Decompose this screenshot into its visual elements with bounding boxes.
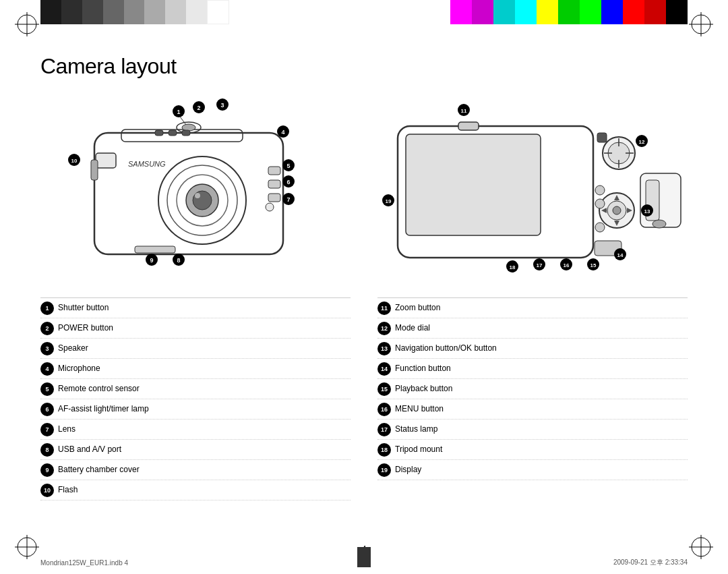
swatch-7 [165,0,186,24]
label-number: 15 [377,382,391,396]
label-row: 7 Lens [40,420,351,440]
swatch-blue [601,0,623,24]
svg-point-25 [195,193,200,198]
label-text: Function button [395,362,688,374]
camera-front-diagram: SAMSUNG 1 2 3 4 5 [40,92,351,281]
swatch-cyan [493,0,515,24]
label-row: 17 Status lamp [377,420,688,440]
label-row: 12 Mode dial [377,318,688,339]
svg-text:17: 17 [537,262,543,268]
svg-text:8: 8 [177,257,180,264]
label-text: Status lamp [395,422,688,435]
diagrams-area: SAMSUNG 1 2 3 4 5 [40,92,688,281]
svg-text:5: 5 [286,163,290,169]
svg-rect-32 [91,160,98,180]
swatch-yellow [537,0,558,24]
swatch-5 [124,0,145,24]
swatch-9 [207,0,229,24]
reg-mark-top-right [689,12,713,39]
camera-back-diagram: 11 12 13 14 15 16 17 [377,92,688,281]
labels-column-left: 1 Shutter button 2 POWER button 3 Speake… [40,297,351,500]
swatch-2 [61,0,82,24]
svg-text:3: 3 [220,102,224,109]
labels-area: 1 Shutter button 2 POWER button 3 Speake… [40,297,688,500]
svg-text:4: 4 [281,129,284,136]
label-row: 15 Playback button [377,379,688,399]
swatch-black [666,0,688,24]
svg-text:9: 9 [150,257,153,264]
svg-point-77 [653,220,666,228]
svg-text:11: 11 [461,108,467,114]
swatch-6 [144,0,165,24]
swatch-green [558,0,580,24]
label-text: USB and A/V port [58,442,351,455]
label-number: 12 [377,322,391,335]
svg-rect-19 [96,153,116,168]
label-number: 11 [377,302,391,315]
label-number: 4 [40,362,54,376]
svg-rect-27 [268,180,280,188]
label-row: 14 Function button [377,359,688,379]
label-row: 4 Microphone [40,359,351,379]
label-text: Zoom button [395,301,688,314]
svg-point-72 [595,223,605,232]
color-bars [0,0,728,24]
label-number: 2 [40,322,54,335]
color-bar-left [40,0,229,24]
footer-right: 2009-09-21 오후 2:33:34 [613,558,688,567]
svg-rect-18 [182,130,190,136]
label-number: 9 [40,463,54,477]
label-number: 16 [377,403,391,416]
page-title: Camera layout [40,54,688,79]
label-number: 5 [40,382,54,396]
svg-text:14: 14 [617,252,624,258]
svg-text:SAMSUNG: SAMSUNG [128,160,166,168]
label-text: MENU button [395,402,688,415]
swatch-8 [186,0,207,24]
svg-text:6: 6 [286,179,290,185]
label-number: 3 [40,342,54,355]
svg-text:15: 15 [590,262,597,268]
svg-point-70 [595,185,605,195]
label-row: 13 Navigation button/OK button [377,339,688,359]
label-text: Navigation button/OK button [395,341,688,354]
swatch-red [623,0,644,24]
label-number: 8 [40,443,54,457]
label-number: 18 [377,443,391,457]
svg-text:7: 7 [286,196,290,203]
svg-rect-30 [135,246,175,253]
swatch-magenta2 [472,0,493,24]
label-text: Lens [58,422,351,435]
swatch-cyan2 [515,0,537,24]
swatch-red2 [644,0,666,24]
main-content: Camera layout [40,54,688,547]
swatch-green2 [580,0,601,24]
label-number: 6 [40,403,54,416]
label-text: Remote control sensor [58,382,351,395]
swatch-magenta [450,0,472,24]
label-row: 19 Display [377,460,688,480]
svg-rect-26 [268,167,280,175]
label-row: 3 Speaker [40,339,351,359]
reg-mark-bottom-right [689,535,713,562]
svg-text:16: 16 [564,262,570,268]
svg-rect-16 [155,130,163,136]
label-text: Display [395,463,688,476]
label-number: 7 [40,423,54,436]
footer-left: Mondrian125W_EUR1.indb 4 [40,559,128,567]
svg-rect-73 [458,122,479,130]
page-footer: Mondrian125W_EUR1.indb 4 2009-09-21 오후 2… [40,558,688,567]
svg-point-71 [595,199,605,208]
label-row: 8 USB and A/V port [40,440,351,460]
label-number: 14 [377,362,391,376]
reg-mark-top-left [15,12,39,39]
svg-text:18: 18 [510,264,516,270]
swatch-3 [82,0,103,24]
label-row: 5 Remote control sensor [40,379,351,399]
camera-back-svg: 11 12 13 14 15 16 17 [377,92,688,281]
svg-text:19: 19 [386,198,392,204]
svg-text:12: 12 [639,139,645,145]
label-row: 18 Tripod mount [377,440,688,460]
svg-rect-55 [406,134,541,235]
label-text: Playback button [395,382,688,395]
